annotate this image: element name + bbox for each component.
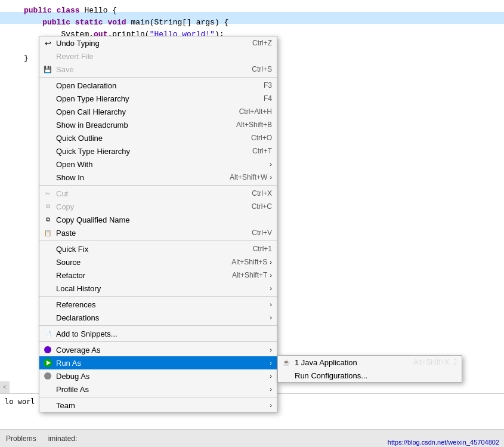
copy-qualified-name-label: Copy Qualified Name: [56, 215, 272, 224]
revert-icon: [43, 51, 52, 61]
menu-item-references[interactable]: References ›: [39, 298, 277, 311]
save-icon: 💾: [43, 64, 52, 74]
undo-typing-label: Undo Typing: [56, 39, 240, 48]
menu-item-open-call-hierarchy[interactable]: Open Call Hierarchy Ctrl+Alt+H: [39, 105, 277, 118]
menu-item-paste[interactable]: 📋 Paste Ctrl+V: [39, 226, 277, 239]
url-bar: https://blog.csdn.net/weixin_45704802: [383, 437, 504, 447]
menu-item-copy[interactable]: ⧉ Copy Ctrl+C: [39, 200, 277, 213]
profile-as-arrow: ›: [270, 386, 272, 393]
menu-item-copy-qualified-name[interactable]: ⧉ Copy Qualified Name: [39, 213, 277, 226]
menu-item-declarations[interactable]: Declarations ›: [39, 311, 277, 324]
menu-item-run-as[interactable]: Run As › ☕ 1 Java Application Alt+Shift+…: [39, 356, 277, 369]
show-in-breadcrumb-label: Show in Breadcrumb: [56, 121, 224, 130]
code-line-2: public static void main(String[] args) {: [24, 17, 228, 29]
separator-3: [39, 241, 277, 241]
menu-item-quick-outline[interactable]: Quick Outline Ctrl+O: [39, 131, 277, 144]
run-as-arrow: ›: [270, 359, 272, 366]
quick-outline-shortcut: Ctrl+O: [251, 134, 272, 142]
menu-item-revert-file[interactable]: Revert File: [39, 50, 277, 63]
show-in-label: Show In: [56, 173, 218, 182]
separator-4: [39, 296, 277, 297]
undo-typing-shortcut: Ctrl+Z: [252, 39, 272, 47]
open-type-hierarchy-shortcut: F4: [264, 94, 272, 103]
menu-item-open-declaration[interactable]: Open Declaration F3: [39, 79, 277, 92]
menu-item-open-type-hierarchy[interactable]: Open Type Hierarchy F4: [39, 92, 277, 105]
menu-item-team[interactable]: Team ›: [39, 399, 277, 412]
snippets-icon: 📄: [43, 329, 52, 338]
paste-shortcut: Ctrl+V: [252, 229, 272, 237]
cut-label: Cut: [56, 189, 240, 198]
menu-item-profile-as[interactable]: Profile As ›: [39, 383, 277, 396]
run-as-submenu[interactable]: ☕ 1 Java Application Alt+Shift+X, J Run …: [277, 355, 462, 383]
refactor-label: Refactor: [56, 271, 220, 280]
source-arrow: ›: [270, 258, 272, 266]
local-history-label: Local History: [56, 284, 267, 293]
quick-fix-label: Quick Fix: [56, 245, 241, 254]
copy-qualified-icon: ⧉: [43, 215, 52, 224]
menu-item-local-history[interactable]: Local History ›: [39, 282, 277, 295]
separator-2: [39, 185, 277, 186]
menu-item-refactor[interactable]: Refactor Alt+Shift+T ›: [39, 269, 277, 282]
open-type-hierarchy-label: Open Type Hierarchy: [56, 94, 252, 103]
open-call-hierarchy-label: Open Call Hierarchy: [56, 107, 227, 116]
menu-item-undo-typing[interactable]: ↩ Undo Typing Ctrl+Z: [39, 36, 277, 50]
menu-item-quick-type-hierarchy[interactable]: Quick Type Hierarchy Ctrl+T: [39, 144, 277, 158]
references-arrow: ›: [270, 301, 272, 308]
submenu-run-configurations[interactable]: Run Configurations...: [278, 369, 462, 382]
menu-item-add-to-snippets[interactable]: 📄 Add to Snippets...: [39, 327, 277, 340]
team-label: Team: [56, 401, 267, 410]
quick-type-hierarchy-shortcut: Ctrl+T: [252, 147, 272, 155]
show-in-shortcut: Alt+Shift+W: [230, 173, 267, 181]
menu-item-show-in-breadcrumb[interactable]: Show in Breadcrumb Alt+Shift+B: [39, 118, 277, 131]
menu-item-cut[interactable]: ✂ Cut Ctrl+X: [39, 187, 277, 200]
revert-file-label: Revert File: [56, 52, 272, 61]
submenu-java-application[interactable]: ☕ 1 Java Application Alt+Shift+X, J: [278, 356, 462, 369]
save-shortcut: Ctrl+S: [252, 65, 272, 73]
coverage-as-arrow: ›: [270, 346, 272, 353]
show-in-breadcrumb-shortcut: Alt+Shift+B: [236, 121, 272, 129]
paste-icon: 📋: [43, 228, 52, 238]
java-application-label: 1 Java Application: [295, 358, 401, 367]
show-in-arrow: ›: [270, 174, 272, 181]
debug-icon: [43, 371, 52, 381]
coverage-icon: [43, 345, 52, 354]
open-call-hierarchy-shortcut: Ctrl+Alt+H: [239, 107, 272, 116]
context-menu[interactable]: ↩ Undo Typing Ctrl+Z Revert File 💾 Save …: [39, 36, 277, 412]
run-icon: [43, 358, 52, 368]
menu-item-show-in[interactable]: Show In Alt+Shift+W ›: [39, 171, 277, 184]
separator-6: [39, 341, 277, 342]
profile-as-label: Profile As: [56, 385, 267, 394]
save-label: Save: [56, 65, 240, 74]
references-label: References: [56, 300, 267, 309]
open-with-label: Open With: [56, 160, 267, 169]
open-with-arrow: ›: [270, 161, 272, 168]
scroll-left-indicator[interactable]: <: [0, 381, 10, 393]
quick-outline-label: Quick Outline: [56, 134, 239, 143]
paste-label: Paste: [56, 229, 240, 238]
refactor-shortcut: Alt+Shift+T: [232, 271, 267, 279]
problems-tab[interactable]: Problems: [0, 432, 42, 445]
menu-item-save[interactable]: 💾 Save Ctrl+S: [39, 63, 277, 76]
debug-as-arrow: ›: [270, 372, 272, 380]
java-application-shortcut: Alt+Shift+X, J: [413, 358, 457, 366]
add-to-snippets-label: Add to Snippets...: [56, 329, 272, 338]
menu-item-debug-as[interactable]: Debug As ›: [39, 369, 277, 383]
cut-shortcut: Ctrl+X: [252, 189, 272, 198]
menu-item-source[interactable]: Source Alt+Shift+S ›: [39, 255, 277, 269]
quick-type-hierarchy-label: Quick Type Hierarchy: [56, 147, 240, 156]
separator-7: [39, 397, 277, 397]
code-line-1: public class Hello {: [24, 5, 228, 17]
undo-icon: ↩: [43, 38, 52, 48]
menu-item-coverage-as[interactable]: Coverage As ›: [39, 343, 277, 356]
menu-item-quick-fix[interactable]: Quick Fix Ctrl+1: [39, 242, 277, 255]
team-arrow: ›: [270, 402, 272, 409]
declarations-arrow: ›: [270, 314, 272, 321]
terminated-label: iminated:: [42, 432, 84, 445]
source-shortcut: Alt+Shift+S: [231, 258, 267, 266]
open-declaration-shortcut: F3: [264, 81, 272, 90]
open-declaration-label: Open Declaration: [56, 81, 252, 90]
menu-item-open-with[interactable]: Open With ›: [39, 158, 277, 171]
java-app-icon: ☕: [282, 357, 291, 367]
separator-5: [39, 325, 277, 326]
cut-icon: ✂: [43, 189, 52, 198]
